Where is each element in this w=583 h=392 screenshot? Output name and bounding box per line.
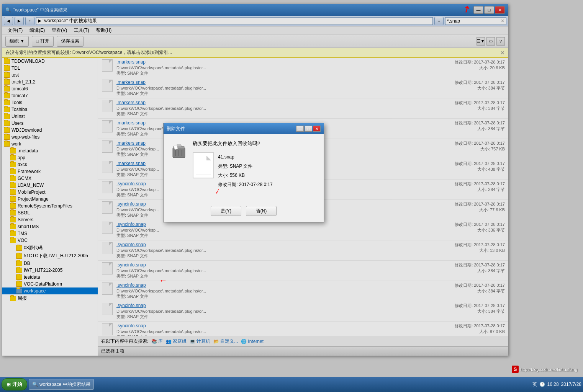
watermark-area: S http://blog.csdn.net/liuhuallang xyxy=(512,366,577,373)
dialog-file-modified: 修改日期: 2017-07-28 0:17 xyxy=(218,180,273,189)
start-icon: ⊞ xyxy=(7,382,11,387)
dialog-maximize-button[interactable]: □ xyxy=(305,126,312,132)
start-button[interactable]: ⊞ 开始 xyxy=(2,378,27,390)
ime-indicator: 英 xyxy=(532,381,537,388)
csdn-logo: S xyxy=(512,366,519,373)
dialog-file-name: 41.snap xyxy=(218,152,273,162)
watermark-text: http://blog.csdn.net/liuhuallang xyxy=(520,367,577,372)
dialog-minimize-button[interactable]: — xyxy=(296,126,304,132)
no-button[interactable]: 否(N) xyxy=(246,206,277,216)
dialog-controls: — □ ✕ xyxy=(296,126,321,132)
dialog-body: 确实要把此文件放入回收站吗? 41.snap 类型: SNAP 文件 xyxy=(193,140,318,197)
explorer-window: 🔍 "workspace" 中的搜索结果 — □ ✕ ◀ ▶ ↑ ▶ "work… xyxy=(2,4,508,356)
clock-time: 16:28 xyxy=(547,382,559,387)
file-arrow-icon: ← xyxy=(159,276,167,286)
delete-file-dialog: 删除文件 — □ ✕ xyxy=(163,123,324,222)
dialog-file-size: 大小: 556 KB xyxy=(218,171,273,180)
taskbar-icon: 🔍 xyxy=(32,382,38,387)
dialog-question: 确实要把此文件放入回收站吗? xyxy=(193,140,318,147)
dialog-file-preview: 41.snap 类型: SNAP 文件 大小: 556 KB 修改日期: 201… xyxy=(193,152,318,189)
start-label: 开始 xyxy=(12,381,22,388)
dialog-arrow-area: ↓ xyxy=(193,189,318,197)
dialog-content: 确实要把此文件放入回收站吗? 41.snap 类型: SNAP 文件 xyxy=(164,134,324,203)
taskbar-explorer-item[interactable]: 🔍 workspace 中的搜索结果 xyxy=(29,379,94,390)
dialog-file-type: 类型: SNAP 文件 xyxy=(218,162,273,171)
dialog-overlay: 删除文件 — □ ✕ xyxy=(2,4,508,356)
dialog-title-bar: 删除文件 — □ ✕ xyxy=(164,123,324,134)
taskbar-right: 英 🕐 16:28 2017/7/28 xyxy=(532,381,581,388)
yes-button[interactable]: 是(Y) xyxy=(211,206,241,216)
dialog-file-preview-icon xyxy=(193,152,214,178)
taskbar: ⊞ 开始 🔍 workspace 中的搜索结果 英 🕐 16:28 2017/7… xyxy=(0,377,583,392)
svg-marker-8 xyxy=(206,156,211,160)
svg-rect-6 xyxy=(174,145,178,149)
clock-icon: 🕐 xyxy=(539,382,545,387)
taskbar-label: workspace 中的搜索结果 xyxy=(39,381,90,388)
dialog-title: 删除文件 xyxy=(167,126,185,132)
dialog-close-button[interactable]: ✕ xyxy=(313,126,321,132)
dialog-buttons: 是(Y) 否(N) xyxy=(164,203,324,222)
clock-date: 2017/7/28 xyxy=(561,382,581,387)
dialog-file-details: 41.snap 类型: SNAP 文件 大小: 556 KB 修改日期: 201… xyxy=(218,152,273,189)
recycle-bin-icon xyxy=(170,140,188,158)
